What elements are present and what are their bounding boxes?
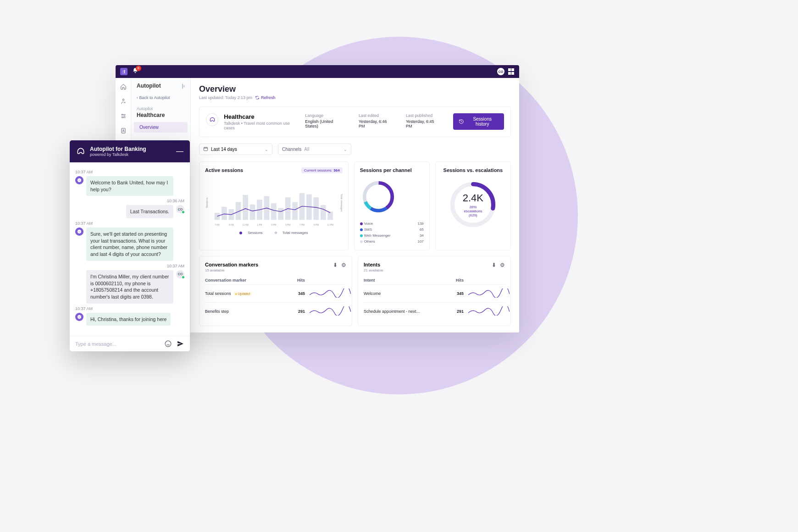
bot-message: Welcome to Bank United, how may I help y…	[75, 176, 184, 196]
active-sessions-card: Current sessions: 364 Active sessions Se…	[199, 161, 349, 250]
svg-rect-7	[222, 207, 227, 220]
minimize-button[interactable]: —	[176, 147, 183, 155]
conversation-markers-table: Conversation markers 15 available ⬇ ⚙ Co…	[199, 256, 352, 326]
apps-grid-icon[interactable]	[508, 68, 515, 75]
table-subtitle: 15 available	[205, 268, 258, 272]
table-title: Conversation markers	[205, 262, 258, 267]
svg-rect-17	[292, 202, 298, 220]
nav-item-overview[interactable]: Overview	[134, 122, 188, 133]
last-updated: Last updated: Today 2:13 pm	[199, 95, 252, 100]
notification-badge: 8	[136, 66, 141, 71]
timestamp: 10:37 AM	[75, 264, 184, 268]
table-row[interactable]: Welcome345	[364, 284, 505, 302]
svg-text:9 AM: 9 AM	[229, 224, 234, 226]
topbar: :t 8 CO	[116, 65, 519, 78]
download-icon[interactable]: ⬇	[333, 262, 338, 268]
chat-title: Autopilot for Banking	[90, 146, 146, 152]
sessions-history-button[interactable]: Sessions history	[453, 113, 504, 130]
bot-avatar	[75, 313, 83, 321]
table-subtitle: 21 available	[364, 268, 383, 272]
chat-subtitle: powered by Talkdesk	[90, 152, 146, 157]
svg-point-46	[80, 316, 80, 317]
channel-donut-chart	[360, 178, 397, 215]
svg-point-39	[78, 180, 79, 180]
svg-point-44	[78, 315, 81, 318]
svg-point-0	[122, 99, 124, 101]
timestamp: 10:37 AM	[75, 221, 184, 226]
svg-text:3 PM: 3 PM	[271, 224, 276, 226]
app-logo[interactable]: :t	[120, 68, 127, 75]
svg-point-2	[122, 130, 123, 131]
chat-widget: Autopilot for Banking powered by Talkdes…	[70, 140, 190, 351]
autopilot-icon	[76, 147, 85, 156]
escalations-sub: 28% escalations (629)	[460, 205, 486, 217]
home-icon[interactable]	[119, 83, 127, 91]
table-row[interactable]: Schedule appointment - next…291	[364, 302, 505, 320]
svg-text:7 AM: 7 AM	[215, 224, 220, 226]
table-title: Intents	[364, 262, 383, 267]
svg-text:Sessions: Sessions	[205, 197, 208, 208]
main-content: Overview Last updated: Today 2:13 pm Ref…	[191, 78, 519, 332]
card-title: Sessions vs. escalations	[441, 167, 505, 173]
send-icon[interactable]	[177, 340, 184, 348]
svg-text:9 PM: 9 PM	[314, 224, 319, 226]
svg-rect-11	[250, 205, 255, 220]
svg-rect-14	[271, 203, 277, 220]
bot-avatar	[75, 176, 83, 184]
bot-message: Hi, Christina, thanks for joining here	[75, 313, 184, 326]
chevron-down-icon: ⌄	[344, 147, 347, 152]
timestamp: 10:37 AM	[75, 306, 184, 311]
table-row[interactable]: Benefits step291	[205, 302, 346, 320]
meta-item: Last publishedYesterday, 6:45 PM	[406, 113, 440, 128]
bot-avatar	[75, 227, 83, 236]
sessions-per-channel-card: Sessions per channel Voice139SMS65Web Me…	[354, 161, 430, 250]
refresh-button[interactable]: Refresh	[255, 95, 276, 100]
legend-sessions: Sessions	[237, 231, 265, 235]
gear-icon[interactable]: ⚙	[341, 262, 346, 268]
header-card: Healthcare Talkdesk • Travel most common…	[199, 106, 511, 137]
header-card-subtitle: Talkdesk • Travel most common use cases	[224, 121, 299, 130]
meta-item: LanguageEnglish (United States)	[305, 113, 346, 128]
svg-rect-3	[204, 147, 207, 150]
svg-text:5 PM: 5 PM	[285, 224, 290, 226]
svg-point-47	[165, 341, 171, 347]
chat-input[interactable]	[75, 341, 160, 347]
subnav-title: Autopilot	[137, 83, 161, 89]
card-title: Sessions per channel	[360, 167, 424, 173]
breadcrumb: Autopilot	[131, 103, 190, 112]
user-avatar[interactable]: CO	[497, 68, 504, 75]
intents-table: Intents 21 available ⬇ ⚙ IntentHits Welc…	[358, 256, 511, 326]
svg-text:11 AM: 11 AM	[243, 224, 249, 226]
download-icon[interactable]: ⬇	[492, 262, 496, 268]
user-avatar: CO	[176, 205, 184, 213]
channels-select[interactable]: Channels All ⌄	[278, 144, 351, 155]
bot-message: Sure, we'll get started on presenting yo…	[75, 227, 184, 261]
timestamp: 10:37 AM	[75, 170, 184, 174]
chat-body[interactable]: 10:37 AMWelcome to Bank United, how may …	[70, 162, 190, 336]
agent-icon[interactable]	[119, 97, 127, 105]
sessions-escalations-card: Sessions vs. escalations 2.4K 28% escala…	[435, 161, 511, 250]
collapse-icon[interactable]: |‹	[182, 83, 185, 89]
gear-icon[interactable]: ⚙	[500, 262, 505, 268]
calendar-icon	[203, 146, 208, 151]
notifications-button[interactable]: 8	[132, 67, 139, 76]
contact-icon[interactable]	[119, 127, 127, 135]
back-link[interactable]: Back to Autopilot	[131, 93, 190, 103]
current-sessions-badge: Current sessions: 364	[301, 167, 343, 173]
page-title: Overview	[199, 84, 511, 94]
svg-point-38	[78, 178, 81, 182]
svg-point-41	[78, 230, 81, 233]
table-row[interactable]: Total sessionsUpdated345	[205, 284, 346, 302]
emoji-icon[interactable]	[164, 340, 172, 348]
settings-sliders-icon[interactable]	[119, 112, 127, 120]
svg-point-42	[78, 231, 79, 232]
refresh-icon	[255, 95, 260, 100]
section-title: Healthcare	[131, 112, 190, 122]
svg-text:1 PM: 1 PM	[257, 224, 262, 226]
date-range-select[interactable]: Last 14 days ⌄	[199, 144, 272, 155]
channel-row: Voice139	[360, 221, 424, 227]
active-sessions-chart: SessionsTotal messages7 AM9 AM11 AM1 PM3…	[205, 177, 343, 228]
escalations-donut-chart: 2.4K 28% escalations (629)	[448, 179, 498, 230]
chat-footer	[70, 336, 190, 351]
svg-text:11 PM: 11 PM	[327, 224, 333, 226]
